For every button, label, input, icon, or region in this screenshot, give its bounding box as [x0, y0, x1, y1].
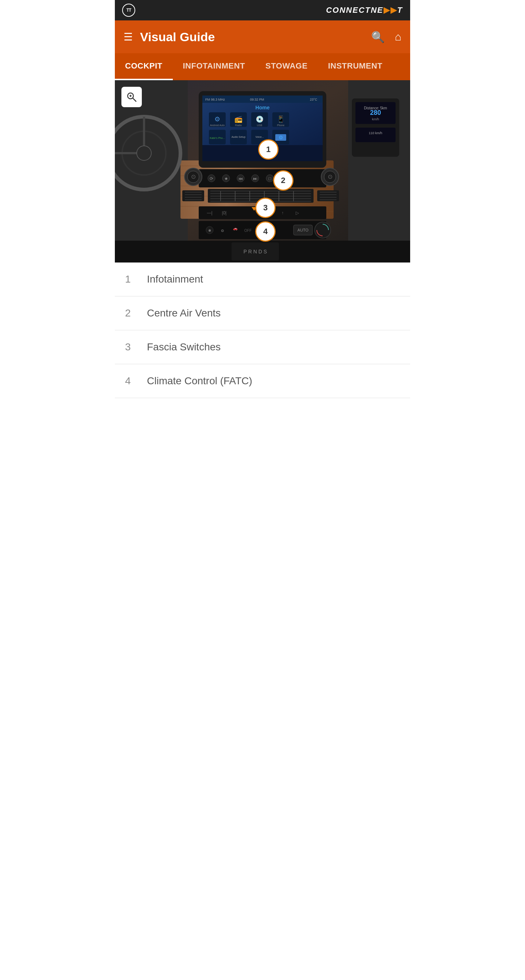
marker-2[interactable]: 2	[273, 170, 293, 191]
connectnext-arrow: ▶▶	[383, 5, 398, 14]
svg-text:Radio: Radio	[235, 124, 242, 127]
zoom-button[interactable]	[121, 87, 142, 107]
legend-number-4: 4	[125, 375, 147, 387]
svg-text:23°C: 23°C	[310, 98, 318, 101]
svg-rect-111	[355, 127, 396, 142]
svg-text:km/h: km/h	[372, 118, 379, 121]
legend-label-3: Fascia Switches	[147, 341, 221, 353]
marker-3[interactable]: 3	[255, 197, 275, 218]
legend-number-1: 1	[125, 274, 147, 285]
tab-instrument[interactable]: INSTRUMENT	[318, 53, 393, 80]
svg-text:📱: 📱	[277, 115, 285, 123]
legend-number-3: 3	[125, 341, 147, 353]
page-title: Visual Guide	[140, 30, 215, 44]
svg-text:⏭: ⏭	[253, 176, 258, 181]
svg-text:Voice...: Voice...	[256, 135, 264, 138]
svg-text:⟳: ⟳	[210, 176, 213, 181]
svg-text:⏮: ⏮	[239, 176, 243, 181]
cockpit-image-section: FM 98.3 MHz 09:32 PM 23°C Home ⚙ Android…	[115, 80, 410, 262]
marker-1[interactable]: 1	[258, 139, 278, 160]
nav-tabs: COCKPIT INFOTAINMENT STOWAGE INSTRUMENT	[115, 53, 410, 80]
svg-text:❄: ❄	[208, 229, 211, 232]
svg-text:|0|: |0|	[222, 210, 227, 215]
svg-text:Phone: Phone	[277, 124, 285, 127]
legend-label-4: Climate Control (FATC)	[147, 375, 252, 387]
svg-text:⊙: ⊙	[221, 229, 224, 232]
svg-text:FM 98.3 MHz: FM 98.3 MHz	[205, 98, 225, 101]
legend-label-2: Centre Air Vents	[147, 307, 221, 319]
app-header: ☰ Visual Guide 🔍 ⌂	[115, 21, 410, 53]
svg-text:💿: 💿	[256, 115, 264, 123]
legend-item-4[interactable]: 4 Climate Control (FATC)	[115, 364, 410, 398]
legend-item-1[interactable]: 1 Infotainment	[115, 262, 410, 296]
svg-text:Android Auto: Android Auto	[210, 124, 224, 127]
svg-rect-44	[199, 169, 326, 188]
header-right: 🔍 ⌂	[371, 30, 401, 43]
svg-text:Kabir's Pho...: Kabir's Pho...	[210, 137, 224, 139]
tata-logo: TT	[122, 4, 135, 17]
legend-label-1: Infotainment	[147, 274, 203, 285]
svg-text:USB: USB	[257, 124, 262, 127]
svg-text:🚗: 🚗	[233, 226, 238, 231]
legend-item-2[interactable]: 2 Centre Air Vents	[115, 296, 410, 330]
legend-item-3[interactable]: 3 Fascia Switches	[115, 330, 410, 364]
svg-text:110 km/h: 110 km/h	[369, 131, 382, 135]
zoom-icon-svg	[127, 92, 137, 102]
svg-text:AUTO: AUTO	[298, 228, 309, 232]
svg-text:Audio Setup: Audio Setup	[232, 135, 245, 138]
tata-circle-logo: TT	[122, 4, 135, 17]
legend-list: 1 Infotainment 2 Centre Air Vents 3 Fasc…	[115, 262, 410, 398]
svg-text:📻: 📻	[234, 115, 243, 123]
connectnext-logo: CONNECTNE▶▶T	[326, 5, 403, 15]
status-bar: TT CONNECTNE▶▶T	[115, 0, 410, 21]
svg-point-105	[137, 146, 151, 161]
svg-text:⊙: ⊙	[328, 173, 332, 180]
legend-number-2: 2	[125, 307, 147, 319]
svg-text:▷: ▷	[296, 210, 299, 215]
marker-4[interactable]: 4	[255, 221, 275, 242]
svg-text:09:32 PM: 09:32 PM	[250, 98, 264, 101]
svg-text:—|: —|	[207, 210, 212, 215]
svg-text:P R N D S: P R N D S	[243, 249, 267, 255]
svg-text:280: 280	[370, 109, 381, 116]
header-left: ☰ Visual Guide	[124, 30, 215, 44]
svg-text:□: □	[268, 176, 271, 181]
search-icon[interactable]: 🔍	[371, 30, 385, 43]
tab-cockpit[interactable]: COCKPIT	[115, 53, 173, 80]
svg-text:★: ★	[224, 176, 228, 181]
svg-text:⊙: ⊙	[191, 173, 196, 180]
svg-text:⚙: ⚙	[215, 116, 220, 123]
tab-infotainment[interactable]: INFOTAINMENT	[173, 53, 256, 80]
svg-text:↑: ↑	[282, 210, 284, 215]
home-icon[interactable]: ⌂	[395, 30, 401, 43]
svg-text:⚙: ⚙	[278, 135, 283, 140]
tab-stowage[interactable]: STOWAGE	[255, 53, 318, 80]
hamburger-menu-icon[interactable]: ☰	[124, 31, 133, 43]
svg-line-117	[133, 98, 136, 101]
svg-text:OFF: OFF	[244, 229, 251, 232]
svg-text:Home: Home	[256, 105, 270, 110]
